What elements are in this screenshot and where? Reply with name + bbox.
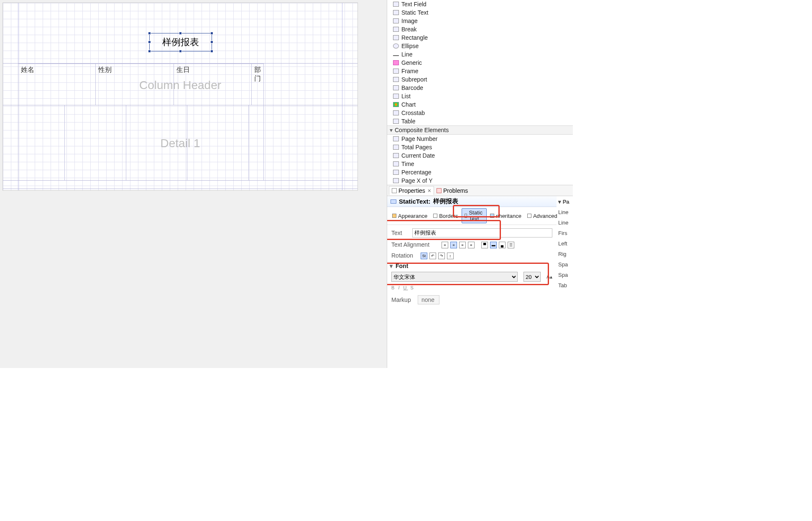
rotate-upside-button[interactable]: ↕ (447, 253, 454, 259)
close-icon[interactable]: × (428, 187, 431, 194)
strike-button[interactable]: S (411, 285, 415, 290)
column-header-band[interactable]: Column Header (3, 64, 357, 105)
palette-group-composite[interactable]: ▾ Composite Elements (387, 125, 573, 135)
rotate-none-button[interactable]: St (421, 253, 427, 259)
markup-row: Markup none (391, 295, 552, 304)
text-label: Text (391, 230, 408, 236)
generic-icon (393, 60, 399, 65)
detail-band[interactable]: Detail 1 (3, 105, 357, 181)
paragraph-row: Tab (558, 282, 571, 289)
italic-button[interactable]: I (398, 285, 401, 290)
paragraph-row: Left (558, 240, 571, 247)
font-style-row: B I U S (391, 285, 552, 290)
resize-handle[interactable] (210, 41, 213, 43)
resize-handle[interactable] (148, 41, 151, 43)
font-section-header[interactable]: ▾ Font (390, 263, 552, 269)
palette-item-page-number[interactable]: Page Number (387, 135, 573, 143)
prop-tab-inheritance[interactable]: nheritance (488, 212, 524, 220)
page-number-icon (393, 136, 399, 141)
palette-item-time[interactable]: Time (387, 160, 573, 168)
report-canvas[interactable]: 样例报表 姓名 性别 生日 部门 Column Header (3, 3, 358, 191)
static-text-icon (391, 199, 396, 204)
palette-item-chart[interactable]: Chart (387, 100, 573, 109)
title-band[interactable]: 样例报表 (3, 3, 357, 64)
palette-item-static-text[interactable]: Static Text (387, 8, 573, 17)
image-icon (393, 18, 399, 23)
bold-button[interactable]: B (391, 285, 396, 290)
text-field-row: Text (391, 228, 552, 238)
view-tabs: Properties × Problems (387, 185, 573, 196)
palette-item-percentage[interactable]: Percentage (387, 168, 573, 176)
chart-icon (393, 102, 399, 107)
break-icon (393, 27, 399, 32)
tab-problems[interactable]: Problems (434, 186, 470, 195)
font-family-select[interactable]: 华文宋体 (391, 272, 518, 282)
band-label: Column Header (139, 79, 221, 92)
paragraph-row: Firs (558, 230, 571, 236)
subreport-icon (393, 77, 399, 82)
advanced-icon (527, 214, 531, 218)
resize-handle[interactable] (148, 32, 151, 35)
rectangle-icon (393, 35, 399, 40)
resize-handle[interactable] (179, 50, 182, 53)
align-justify-button[interactable]: ≡ (468, 242, 475, 248)
palette-item-generic[interactable]: Generic (387, 59, 573, 67)
calendar-icon (393, 153, 399, 158)
text-field-icon (393, 2, 399, 7)
font-row: 华文宋体 20 A▴ (391, 272, 552, 282)
paragraph-row: Line (558, 220, 571, 226)
prop-tab-advanced[interactable]: Advanced (525, 212, 560, 220)
valign-middle-button[interactable]: ▬ (490, 242, 497, 248)
properties-view: StaticText: 样例报表 Appearance Borders Stat… (387, 196, 573, 368)
paragraph-header: ▾ Pa (558, 199, 571, 205)
align-right-button[interactable]: ≡ (459, 242, 466, 248)
palette-basic-group: Text Field Static Text Image Break Recta… (387, 0, 573, 125)
static-text-icon (393, 10, 399, 15)
resize-handle[interactable] (179, 32, 182, 35)
palette-item-current-date[interactable]: Current Date (387, 151, 573, 160)
palette-item-subreport[interactable]: Subreport (387, 75, 573, 84)
palette-item-break[interactable]: Break (387, 25, 573, 33)
palette-item-ellipse[interactable]: Ellipse (387, 42, 573, 50)
selected-static-text[interactable]: 样例报表 (149, 33, 212, 51)
table-icon (393, 119, 399, 124)
palette-item-table[interactable]: Table (387, 117, 573, 125)
valign-top-button[interactable]: ▀ (481, 242, 488, 248)
align-left-button[interactable]: ≡ (442, 242, 448, 248)
palette-composite-group: Page Number Total Pages Current Date Tim… (387, 135, 573, 185)
palette-item-crosstab[interactable]: Crosstab (387, 109, 573, 117)
rotate-right-button[interactable]: ↷ (438, 253, 445, 259)
prop-tab-borders[interactable]: Borders (431, 212, 461, 220)
underline-button[interactable]: U (403, 285, 408, 290)
line-icon (393, 55, 399, 56)
palette-item-image[interactable]: Image (387, 17, 573, 25)
palette-item-frame[interactable]: Frame (387, 67, 573, 75)
rotate-left-button[interactable]: ↶ (429, 253, 436, 259)
markup-select[interactable]: none (418, 295, 439, 304)
collapse-icon: ▾ (389, 127, 393, 133)
tab-properties[interactable]: Properties × (389, 186, 434, 195)
palette-item-list[interactable]: List (387, 92, 573, 100)
palette-item-page-x-of-y[interactable]: Page X of Y (387, 176, 573, 185)
prop-tab-appearance[interactable]: Appearance (390, 212, 430, 220)
palette-item-line[interactable]: Line (387, 50, 573, 59)
resize-handle[interactable] (210, 32, 213, 35)
resize-handle[interactable] (210, 50, 213, 53)
palette-item-total-pages[interactable]: Total Pages (387, 143, 573, 151)
resize-handle[interactable] (148, 50, 151, 53)
app-root: 样例报表 姓名 性别 生日 部门 Column Header (0, 0, 573, 368)
palette-item-text-field[interactable]: Text Field (387, 0, 573, 8)
valign-bottom-button[interactable]: ▄ (499, 242, 506, 248)
font-size-select[interactable]: 20 (523, 272, 541, 282)
properties-title: StaticText: 样例报表 (387, 196, 557, 207)
palette-item-rectangle[interactable]: Rectangle (387, 33, 573, 42)
footer-band[interactable] (3, 181, 357, 189)
prop-tab-static-text[interactable]: Static Text (462, 208, 487, 223)
align-center-button[interactable]: ≡ (450, 242, 457, 248)
text-value-input[interactable] (412, 228, 552, 238)
valign-justify-button[interactable]: ☰ (508, 242, 514, 248)
increase-font-button[interactable]: A▴ (546, 274, 552, 280)
paragraph-row: Spa (558, 272, 571, 278)
alignment-label: Text Alignment (391, 241, 437, 248)
palette-item-barcode[interactable]: Barcode (387, 84, 573, 92)
